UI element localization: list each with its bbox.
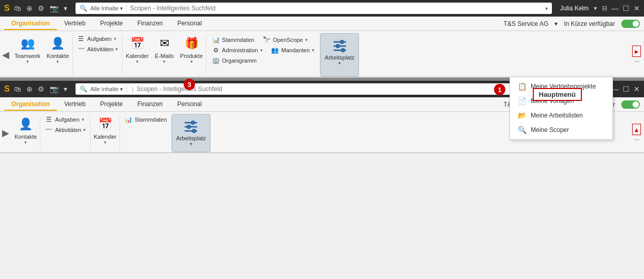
kalender-arrow[interactable]: ▾: [136, 59, 139, 64]
kalender-label-2: Kalender: [94, 134, 116, 140]
aktivitaeten-arrow[interactable]: ▾: [115, 47, 118, 52]
window-icon[interactable]: ⊟: [602, 5, 607, 12]
ribbon-left-expand[interactable]: ▶: [2, 114, 11, 152]
ribbon-collapse-button-1[interactable]: ▸: [632, 46, 641, 57]
emails-arrow[interactable]: ▾: [163, 59, 166, 64]
aufgaben-button[interactable]: ☰ Aufgaben ▾: [75, 34, 121, 43]
stammdaten-button-2[interactable]: 📊 Stammdaten: [122, 115, 169, 124]
organigramm-button[interactable]: 🏢 Organigramm: [209, 56, 317, 65]
minimize-button[interactable]: —: [611, 4, 619, 12]
administration-label: Administration: [222, 47, 258, 53]
camera-icon[interactable]: 📷: [50, 4, 58, 12]
ribbon-left-collapse[interactable]: ◀: [2, 33, 11, 77]
kontakte-label-2: Kontakte: [14, 134, 37, 140]
company-arrow-1[interactable]: ▾: [555, 20, 558, 27]
add-icon-2[interactable]: ⊕: [26, 85, 33, 93]
wave-icon-2[interactable]: 〰: [632, 137, 641, 143]
kalender-arrow-2[interactable]: ▾: [104, 140, 107, 145]
tab-organisation-2[interactable]: Organisation: [4, 98, 57, 111]
kontakte-icon-2: 👤: [18, 116, 34, 133]
bag-icon[interactable]: 🛍: [14, 4, 21, 12]
settings-icon-2[interactable]: ⚙: [38, 85, 44, 93]
arbeitsplatz-label-1: Arbeitsplatz: [325, 54, 354, 61]
title-bar-icons: 🛍 ⊕ ⚙ 📷 ▾: [14, 4, 67, 12]
arbeitsplatz-arrow-2[interactable]: ▾: [190, 141, 192, 146]
search-filter-2[interactable]: Alle Inhalte ▾: [91, 86, 127, 93]
produkte-label: Produkte: [180, 53, 203, 59]
tab-personal-2[interactable]: Personal: [170, 98, 209, 111]
maximize-button[interactable]: ☐: [623, 4, 630, 12]
mandanten-arrow[interactable]: ▾: [312, 48, 314, 53]
dropdown-arrow-icon-2[interactable]: ▾: [64, 85, 67, 93]
badge-3: 3: [184, 79, 195, 90]
wave-icon-1[interactable]: 〰: [632, 59, 641, 65]
available-toggle-1[interactable]: [621, 20, 640, 28]
search-bar-2[interactable]: 🔍 Alle Inhalte ▾ | ✕ ▾: [76, 83, 552, 95]
kontakte-button[interactable]: 👤 Kontakte ▾: [43, 33, 72, 77]
available-toggle-2[interactable]: [621, 100, 640, 109]
mandanten-button[interactable]: 👥 Mandanten ▾: [269, 46, 317, 55]
dropdown-item-arbeitslisten[interactable]: 📂 Meine Arbeitslisten: [510, 108, 612, 123]
tab-vertrieb[interactable]: Vertrieb: [57, 18, 93, 30]
title-bar-right-1: Julia Kelm ▾ ⊟: [560, 5, 607, 12]
aktivitaeten-button-2[interactable]: 〰 Aktivitäten ▾: [42, 125, 88, 135]
stammdaten-button[interactable]: 📊 Stammdaten: [209, 35, 256, 45]
produkte-button[interactable]: 🎁 Produkte ▾: [177, 33, 206, 77]
kontakte-label: Kontakte: [47, 53, 69, 59]
arbeitsplatz-icon-2: [183, 118, 199, 134]
dropdown-arrow-icon[interactable]: ▾: [64, 4, 67, 12]
aufgaben-arrow[interactable]: ▾: [114, 36, 116, 41]
kontakte-arrow[interactable]: ▾: [56, 59, 59, 64]
search-input-1[interactable]: [130, 5, 542, 12]
teamwork-button[interactable]: 👥 Teamwork ▾: [11, 33, 43, 77]
dropdown-item-scoper[interactable]: 🔍 Meine Scoper: [510, 123, 612, 137]
maximize-button-2[interactable]: ☐: [623, 85, 630, 93]
administration-button[interactable]: ⚙ Administration ▾: [209, 46, 265, 55]
search-bar-1[interactable]: 🔍 Alle Inhalte ▾ ▾: [76, 3, 552, 14]
produkte-icon: 🎁: [183, 35, 200, 52]
arbeitsplatz-button-1[interactable]: Arbeitsplatz ▾: [320, 33, 359, 77]
tab-personal[interactable]: Personal: [170, 18, 209, 30]
stammdaten-section-2: 📊 Stammdaten: [120, 114, 171, 152]
tab-projekte-2[interactable]: Projekte: [93, 98, 130, 111]
search-dropdown-arrow[interactable]: ▾: [545, 6, 548, 11]
search-filter-1[interactable]: Alle Inhalte ▾: [91, 5, 127, 12]
search-input-2[interactable]: [137, 85, 534, 93]
company-label-1[interactable]: T&S Service AG: [504, 20, 549, 27]
tab-finanzen-2[interactable]: Finanzen: [130, 98, 170, 111]
kalender-button-2[interactable]: 📅 Kalender ▾: [91, 114, 119, 152]
aufgaben-arrow-2[interactable]: ▾: [82, 117, 84, 122]
add-icon[interactable]: ⊕: [26, 4, 33, 12]
tab-organisation[interactable]: Organisation: [4, 18, 57, 30]
close-button-2[interactable]: ✕: [634, 85, 640, 93]
mandanten-icon: 👥: [271, 47, 279, 54]
produkte-arrow[interactable]: ▾: [190, 59, 193, 64]
close-button[interactable]: ✕: [634, 4, 640, 12]
ribbon-expand-button-2[interactable]: ▴: [632, 124, 641, 135]
search-icon-2: 🔍: [80, 85, 87, 93]
aktivitaeten-arrow-2[interactable]: ▾: [83, 127, 86, 133]
available-label-1: In Kürze verfügbar: [564, 20, 615, 27]
emails-button[interactable]: ✉ E-Mails ▾: [152, 33, 177, 77]
arbeitsplatz-button-2[interactable]: Arbeitsplatz ▾: [172, 114, 211, 152]
administration-arrow[interactable]: ▾: [260, 48, 263, 53]
bag-icon-2[interactable]: 🛍: [14, 85, 21, 93]
tab-projekte[interactable]: Projekte: [93, 18, 130, 30]
user-name-1[interactable]: Julia Kelm: [560, 5, 589, 12]
hauptmenu-label: Hauptmenü: [533, 88, 582, 101]
arbeitsplatz-arrow-1[interactable]: ▾: [338, 61, 341, 66]
camera-icon-2[interactable]: 📷: [50, 85, 58, 93]
kontakte-arrow-2[interactable]: ▾: [24, 140, 27, 145]
tab-finanzen[interactable]: Finanzen: [130, 18, 170, 30]
openscope-arrow[interactable]: ▾: [305, 37, 308, 42]
openscope-button[interactable]: 🔭 OpenScope ▾: [260, 35, 309, 45]
tab-vertrieb-2[interactable]: Vertrieb: [57, 98, 93, 111]
settings-icon[interactable]: ⚙: [38, 4, 44, 12]
kontakte-button-2[interactable]: 👤 Kontakte ▾: [11, 114, 40, 152]
kalender-button[interactable]: 📅 Kalender ▾: [123, 33, 152, 77]
stammdaten-label-2: Stammdaten: [134, 116, 167, 123]
user-arrow-icon[interactable]: ▾: [594, 5, 597, 12]
teamwork-arrow[interactable]: ▾: [26, 59, 29, 64]
aktivitaeten-button[interactable]: 〰 Aktivitäten ▾: [75, 45, 121, 54]
aufgaben-button-2[interactable]: ☰ Aufgaben ▾: [42, 115, 88, 124]
